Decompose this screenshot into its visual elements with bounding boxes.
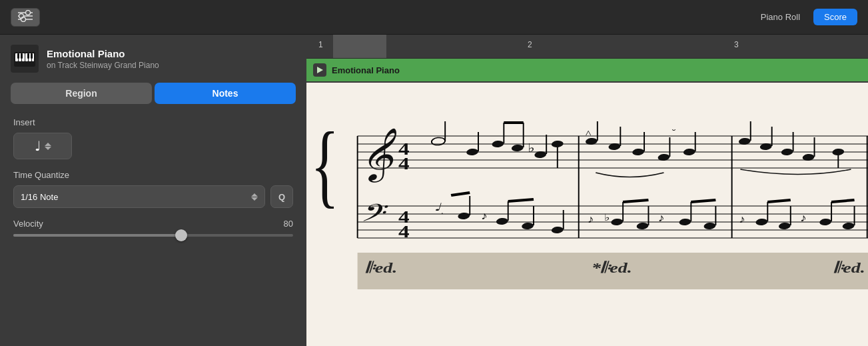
track-info: Emotional Piano on Track Steinway Grand … (0, 35, 306, 83)
score-notation-svg: { 𝄞 𝄢 4 4 4 4 (306, 83, 868, 296)
right-panel: 1 2 3 Emotional Piano (306, 35, 868, 346)
smart-controls-button[interactable] (11, 8, 40, 27)
svg-point-99 (678, 218, 691, 226)
svg-text:♭: ♭ (604, 213, 610, 223)
svg-text:4: 4 (398, 221, 410, 241)
note-picker[interactable]: ♩ (13, 133, 72, 159)
region-notes-toggle: Region Notes (0, 83, 306, 112)
notes-tab[interactable]: Notes (155, 83, 296, 104)
svg-text:{: { (310, 113, 339, 216)
top-bar-left (11, 8, 40, 27)
svg-point-46 (491, 140, 504, 148)
svg-point-3 (26, 11, 31, 15)
svg-point-95 (636, 222, 650, 230)
svg-point-89 (551, 226, 564, 234)
svg-point-65 (683, 148, 696, 156)
velocity-value: 80 (284, 219, 293, 229)
svg-line-103 (691, 200, 715, 202)
svg-point-48 (511, 144, 524, 152)
svg-point-86 (521, 222, 534, 230)
note-stepper-up[interactable] (45, 143, 51, 146)
quantize-value: 1/16 Note (21, 192, 58, 202)
svg-rect-17 (21, 53, 23, 59)
svg-point-113 (842, 222, 855, 230)
note-stepper[interactable] (45, 143, 51, 150)
region-play-icon[interactable] (313, 63, 326, 77)
controls-area: Insert ♩ Time Quantize 1/16 Note (0, 112, 306, 346)
velocity-label: Velocity (13, 219, 43, 229)
timeline-marker-2: 2 (528, 35, 532, 49)
svg-rect-18 (27, 53, 29, 59)
svg-text:♪: ♪ (588, 213, 594, 225)
left-panel: Emotional Piano on Track Steinway Grand … (0, 35, 306, 346)
svg-rect-19 (31, 53, 33, 59)
svg-point-54 (551, 140, 564, 148)
quantize-select[interactable]: 1/16 Note (13, 185, 265, 208)
track-subtitle: on Track Steinway Grand Piano (47, 61, 159, 70)
quantize-row: 1/16 Note Q (13, 185, 293, 208)
region-tab[interactable]: Region (11, 83, 152, 104)
region-title: Emotional Piano (332, 65, 400, 75)
svg-text:♪: ♪ (481, 210, 488, 221)
svg-line-109 (767, 200, 790, 202)
svg-point-105 (755, 218, 768, 226)
track-text: Emotional Piano on Track Steinway Grand … (47, 48, 159, 70)
score-region-header: Emotional Piano (306, 59, 868, 83)
svg-rect-16 (17, 53, 19, 59)
track-name: Emotional Piano (47, 48, 159, 59)
insert-section: Insert ♩ (13, 117, 293, 159)
playhead-indicator (333, 35, 386, 58)
svg-line-82 (451, 193, 470, 195)
svg-line-88 (508, 199, 534, 201)
svg-point-44 (466, 148, 479, 156)
timeline-marker-3: 3 (734, 35, 739, 49)
svg-text:♪: ♪ (658, 212, 665, 223)
svg-point-84 (496, 217, 509, 225)
svg-point-72 (781, 148, 794, 156)
svg-text:^: ^ (586, 129, 592, 139)
piano-roll-button[interactable]: Piano Roll (750, 9, 811, 25)
svg-text:𝄆ed.: 𝄆ed. (833, 260, 865, 276)
time-quantize-section: Time Quantize 1/16 Note Q (13, 170, 293, 208)
velocity-slider-track[interactable] (13, 234, 293, 237)
svg-point-61 (632, 148, 645, 156)
svg-text:4: 4 (398, 153, 410, 173)
app-container: Piano Roll Score (0, 0, 868, 346)
velocity-header: Velocity 80 (13, 219, 293, 229)
svg-text:*𝄆ed.: *𝄆ed. (592, 260, 632, 276)
svg-text:♭: ♭ (528, 141, 535, 154)
timeline-marker-1: 1 (318, 35, 323, 49)
insert-label: Insert (13, 117, 293, 127)
quantize-stepper-up[interactable] (251, 193, 258, 197)
quantize-arrows[interactable] (251, 193, 258, 201)
svg-line-115 (831, 200, 854, 202)
svg-text:.: . (441, 207, 444, 216)
svg-point-93 (610, 218, 624, 226)
svg-point-107 (778, 222, 791, 230)
quantize-stepper-down[interactable] (251, 197, 258, 201)
svg-point-111 (819, 218, 832, 226)
svg-text:˘: ˘ (671, 129, 676, 138)
top-bar-right: Piano Roll Score (750, 9, 857, 25)
score-button[interactable]: Score (813, 9, 857, 25)
svg-text:𝄆ed.: 𝄆ed. (365, 260, 397, 276)
quantize-button[interactable]: Q (270, 185, 293, 208)
main-content: Emotional Piano on Track Steinway Grand … (0, 35, 868, 346)
svg-point-80 (457, 212, 470, 220)
svg-marker-20 (317, 67, 323, 73)
velocity-slider-thumb[interactable] (175, 229, 187, 241)
timeline-bar: 1 2 3 (306, 35, 868, 59)
svg-point-42 (431, 137, 446, 146)
score-area: { 𝄞 𝄢 4 4 4 4 (306, 83, 868, 346)
piano-instrument-icon (13, 47, 37, 71)
svg-line-97 (623, 200, 648, 202)
svg-point-76 (831, 148, 845, 156)
svg-text:♪: ♪ (739, 213, 745, 225)
top-bar: Piano Roll Score (0, 0, 868, 35)
note-stepper-down[interactable] (45, 147, 51, 150)
note-symbol: ♩ (35, 138, 41, 154)
smart-controls-icon (18, 10, 33, 24)
velocity-section: Velocity 80 (13, 219, 293, 237)
svg-text:𝄞: 𝄞 (359, 128, 397, 183)
piano-icon (11, 45, 39, 73)
